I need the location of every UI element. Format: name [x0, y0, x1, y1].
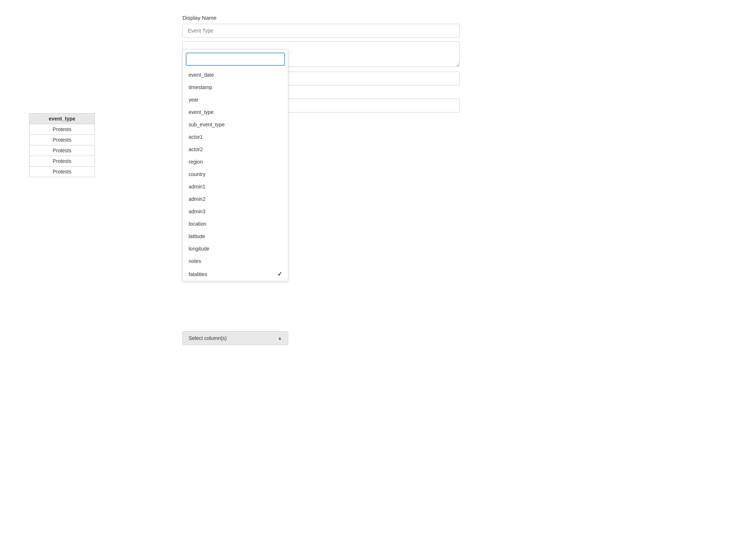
dropdown-list-item[interactable]: admin1	[183, 180, 288, 193]
checkmark-icon: ✓	[277, 271, 282, 278]
dropdown-item-label: actor1	[189, 134, 203, 140]
dropdown-item-label: admin3	[189, 209, 205, 214]
display-name-label: Display Name	[182, 15, 460, 21]
dropdown-item-label: latitude	[189, 233, 205, 239]
dropdown-item-label: event_date	[189, 72, 214, 78]
table-row: Protests	[30, 167, 95, 177]
dropdown-search-input[interactable]	[186, 53, 285, 66]
dropdown-item-label: country	[189, 171, 205, 177]
dropdown-list-item[interactable]: region	[183, 156, 288, 168]
dropdown-list-item[interactable]: notes	[183, 255, 288, 267]
dropdown-list-item[interactable]: actor1	[183, 131, 288, 143]
dropdown-item-label: admin1	[189, 184, 205, 190]
dropdown-list-item[interactable]: longitude	[183, 242, 288, 255]
dropdown-list-item[interactable]: latitude	[183, 230, 288, 242]
dropdown-list-item[interactable]: admin3	[183, 205, 288, 218]
dropdown-item-label: year	[189, 97, 198, 103]
dropdown-list-item[interactable]: timestamp	[183, 81, 288, 93]
dropdown-item-label: fatalities	[189, 271, 207, 277]
chevron-up-icon: ▲	[278, 336, 282, 341]
dropdown-item-label: admin2	[189, 196, 205, 202]
left-data-table: event_type ProtestsProtestsProtestsProte…	[29, 113, 95, 177]
dropdown-list-item[interactable]: country	[183, 168, 288, 180]
dropdown-list: event_datetimestampyearevent_typesub_eve…	[183, 69, 288, 281]
dropdown-list-item[interactable]: event_type	[183, 106, 288, 118]
dropdown-item-label: notes	[189, 258, 201, 264]
table-row: Protests	[30, 156, 95, 167]
table-row: Protests	[30, 145, 95, 156]
dropdown-item-label: location	[189, 221, 206, 227]
dropdown-list-item[interactable]: location	[183, 218, 288, 230]
dropdown-list-item[interactable]: actor2	[183, 143, 288, 156]
event-type-table: event_type ProtestsProtestsProtestsProte…	[29, 113, 95, 177]
dropdown-list-item[interactable]: sub_event_type	[183, 118, 288, 131]
dropdown-item-label: region	[189, 159, 203, 165]
table-row: Protests	[30, 135, 95, 145]
dropdown-item-label: timestamp	[189, 84, 212, 90]
dropdown-item-label: sub_event_type	[189, 122, 225, 127]
dropdown-item-label: actor2	[189, 146, 203, 152]
display-name-input[interactable]	[182, 24, 460, 38]
dropdown-list-item[interactable]: fatalities✓	[183, 267, 288, 281]
select-columns-button[interactable]: Select column(s) ▲	[182, 331, 288, 345]
dropdown-list-item[interactable]: event_date	[183, 69, 288, 81]
table-header-event-type: event_type	[30, 114, 95, 124]
select-columns-label: Select column(s)	[189, 335, 227, 341]
dropdown-list-item[interactable]: admin2	[183, 193, 288, 205]
column-dropdown: event_datetimestampyearevent_typesub_eve…	[182, 49, 288, 281]
table-row: Protests	[30, 124, 95, 135]
dropdown-list-item[interactable]: year	[183, 93, 288, 106]
dropdown-item-label: event_type	[189, 109, 214, 115]
dropdown-item-label: longitude	[189, 246, 209, 252]
